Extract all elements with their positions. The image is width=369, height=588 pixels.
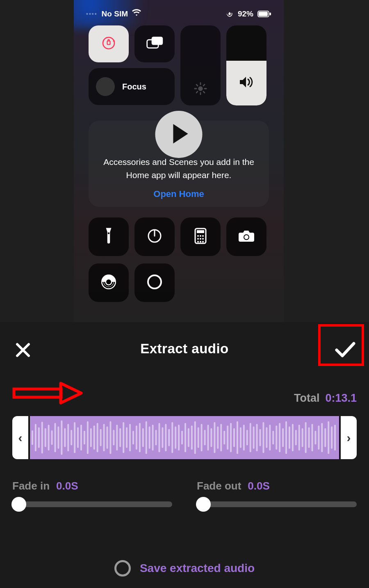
svg-line-15 (203, 85, 205, 86)
camera-tile[interactable] (226, 217, 266, 256)
brightness-icon (194, 82, 207, 97)
svg-point-21 (200, 235, 201, 237)
screen-mirror-tile[interactable] (134, 25, 175, 62)
fade-out-slider[interactable] (197, 501, 357, 507)
focus-label: Focus (122, 82, 146, 92)
fade-in-value: 0.0S (56, 480, 78, 492)
timer-tile[interactable] (134, 217, 175, 256)
audio-trim-control[interactable]: ‹ (12, 416, 357, 459)
svg-point-24 (200, 238, 201, 240)
svg-rect-19 (197, 230, 204, 233)
open-home-link[interactable]: Open Home (153, 189, 204, 199)
svg-point-16 (108, 232, 109, 234)
total-line: Total 0:13.1 (12, 392, 357, 405)
fade-out-thumb[interactable] (196, 497, 211, 512)
timer-icon (146, 228, 163, 246)
save-label: Save extracted audio (140, 562, 255, 575)
status-right: 92% (226, 9, 271, 18)
signal-dots-icon: •••• (86, 11, 98, 17)
svg-point-25 (202, 238, 204, 240)
svg-point-22 (202, 235, 204, 237)
wifi-icon (132, 9, 141, 18)
battery-icon (257, 11, 271, 17)
close-button[interactable] (10, 338, 36, 364)
flashlight-tile[interactable] (89, 217, 129, 256)
svg-point-27 (200, 241, 201, 243)
moon-icon (96, 77, 115, 96)
svg-point-28 (202, 241, 204, 243)
orientation-lock-status-icon (226, 10, 234, 18)
trim-handle-left[interactable]: ‹ (12, 416, 30, 459)
save-radio[interactable] (114, 560, 131, 577)
waveform[interactable] (30, 416, 339, 459)
svg-rect-1 (259, 11, 268, 16)
panel-header: Extract audio (12, 334, 357, 363)
svg-rect-2 (269, 12, 271, 15)
fade-in-thumb[interactable] (11, 497, 26, 512)
svg-point-32 (106, 279, 111, 284)
fade-in-slider[interactable] (12, 501, 172, 507)
check-icon (334, 341, 356, 361)
carrier-label: No SIM (102, 9, 128, 18)
calculator-icon (194, 228, 207, 246)
fade-out-value: 0.0S (248, 480, 270, 492)
focus-tile[interactable]: Focus (89, 68, 175, 105)
fade-in-control: Fade in 0.0S (12, 480, 172, 507)
fade-out-label: Fade out (197, 480, 241, 492)
home-message: Accessories and Scenes you add in the Ho… (101, 156, 257, 181)
airdrop-tile[interactable] (89, 263, 129, 302)
play-icon (168, 123, 190, 146)
calculator-tile[interactable] (180, 217, 221, 256)
screen-mirror-icon (146, 36, 164, 52)
total-label: Total (294, 392, 320, 405)
status-left: •••• No SIM (86, 9, 141, 18)
svg-point-7 (198, 86, 203, 91)
fade-in-label: Fade in (12, 480, 50, 492)
svg-point-23 (197, 238, 199, 240)
battery-percent: 92% (238, 9, 253, 18)
fade-out-control: Fade out 0.0S (197, 480, 357, 507)
confirm-button[interactable] (332, 338, 358, 364)
flashlight-icon (103, 227, 114, 247)
camera-icon (238, 229, 255, 244)
extract-audio-panel: Extract audio Total 0:13.1 ‹ (0, 322, 369, 588)
panel-title: Extract audio (140, 341, 229, 357)
trim-handle-right[interactable]: › (339, 416, 357, 459)
total-time: 0:13.1 (325, 392, 357, 405)
save-extracted-row[interactable]: Save extracted audio (0, 560, 369, 577)
record-icon (146, 273, 164, 293)
volume-icon (238, 75, 255, 91)
fade-controls: Fade in 0.0S Fade out 0.0S (12, 480, 357, 507)
brightness-tile[interactable] (180, 25, 221, 105)
svg-point-20 (197, 235, 199, 237)
svg-line-13 (203, 92, 205, 93)
volume-tile[interactable] (226, 25, 266, 105)
play-button[interactable] (155, 111, 203, 158)
svg-rect-4 (107, 41, 110, 45)
svg-point-26 (197, 241, 199, 243)
status-bar: •••• No SIM 92% (74, 9, 284, 18)
svg-line-14 (196, 92, 198, 93)
video-preview: •••• No SIM 92% (74, 0, 284, 322)
svg-point-30 (244, 235, 248, 239)
svg-line-12 (196, 85, 198, 86)
screen-record-tile[interactable] (134, 263, 175, 302)
close-icon (15, 342, 31, 360)
orientation-lock-icon (100, 34, 117, 53)
orientation-lock-tile[interactable] (89, 25, 129, 62)
svg-rect-6 (152, 37, 163, 45)
airdrop-icon (100, 273, 118, 293)
